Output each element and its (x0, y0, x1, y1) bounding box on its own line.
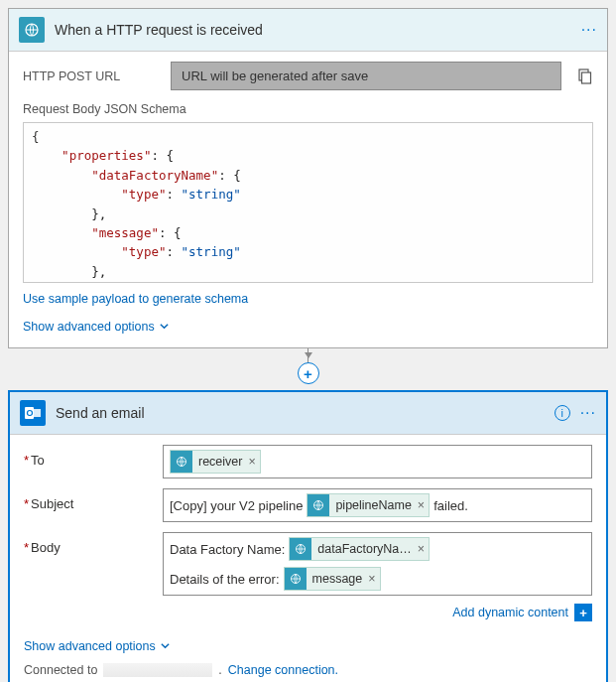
email-card-header[interactable]: O Send an email i ··· (10, 392, 606, 435)
token-pipelinename[interactable]: pipelineName × (307, 493, 430, 517)
subject-text-suffix: failed. (433, 498, 468, 513)
token-remove-icon[interactable]: × (418, 542, 425, 556)
chevron-down-icon (160, 640, 171, 651)
body-label: Body (24, 532, 163, 596)
body-field[interactable]: Data Factory Name: dataFactoryNa… × Deta… (163, 532, 592, 596)
token-icon (171, 451, 192, 473)
http-card-header[interactable]: When a HTTP request is received ··· (9, 9, 607, 52)
connection-footer: Connected to . Change connection. (24, 663, 592, 677)
add-dynamic-content-link[interactable]: Add dynamic content (452, 606, 568, 619)
http-post-url-field: URL will be generated after save (171, 62, 561, 90)
token-datafactoryname[interactable]: dataFactoryNa… × (289, 537, 430, 561)
http-trigger-card: When a HTTP request is received ··· HTTP… (8, 8, 608, 348)
chevron-down-icon (159, 321, 170, 332)
token-remove-icon[interactable]: × (418, 498, 425, 512)
connector: + (8, 348, 608, 382)
token-message[interactable]: message × (284, 567, 381, 591)
outlook-icon: O (20, 400, 46, 426)
url-label: HTTP POST URL (23, 69, 157, 83)
sample-payload-link[interactable]: Use sample payload to generate schema (23, 292, 248, 306)
svg-rect-2 (582, 72, 591, 83)
http-icon (19, 17, 45, 43)
connected-to-label: Connected to (24, 663, 97, 677)
email-card-menu-button[interactable]: ··· (580, 404, 596, 422)
email-card-body: To receiver × Subject [Copy] your V2 pip… (10, 435, 606, 682)
schema-label: Request Body JSON Schema (23, 102, 593, 116)
email-advanced-toggle[interactable]: Show advanced options (24, 639, 171, 653)
svg-text:O: O (26, 408, 33, 418)
email-card-title: Send an email (56, 405, 554, 421)
info-icon[interactable]: i (554, 405, 570, 421)
to-label: To (24, 445, 163, 478)
schema-textarea[interactable]: { "properties": { "dataFactoryName": { "… (23, 122, 593, 283)
change-connection-link[interactable]: Change connection. (228, 663, 338, 677)
http-card-title: When a HTTP request is received (55, 22, 581, 38)
plus-icon[interactable]: + (574, 604, 592, 621)
token-receiver[interactable]: receiver × (170, 450, 261, 474)
http-card-body: HTTP POST URL URL will be generated afte… (9, 52, 607, 347)
token-remove-icon[interactable]: × (368, 572, 375, 586)
connection-name (103, 663, 212, 677)
send-email-card: O Send an email i ··· To receiver × Subj… (8, 390, 608, 682)
http-advanced-toggle[interactable]: Show advanced options (23, 320, 170, 334)
token-icon (285, 568, 307, 590)
svg-rect-5 (34, 409, 41, 417)
token-remove-icon[interactable]: × (248, 455, 255, 469)
token-icon (290, 538, 311, 560)
to-field[interactable]: receiver × (163, 445, 592, 478)
add-step-button[interactable]: + (298, 362, 319, 384)
http-card-menu-button[interactable]: ··· (581, 21, 597, 39)
body-text-1: Data Factory Name: (170, 542, 285, 557)
copy-icon[interactable] (575, 68, 593, 85)
arrow-down-icon (305, 352, 312, 358)
subject-field[interactable]: [Copy] your V2 pipeline pipelineName × f… (163, 488, 592, 522)
subject-label: Subject (24, 488, 163, 522)
body-text-2: Details of the error: (170, 572, 280, 587)
subject-text-prefix: [Copy] your V2 pipeline (170, 498, 303, 513)
token-icon (308, 494, 329, 516)
